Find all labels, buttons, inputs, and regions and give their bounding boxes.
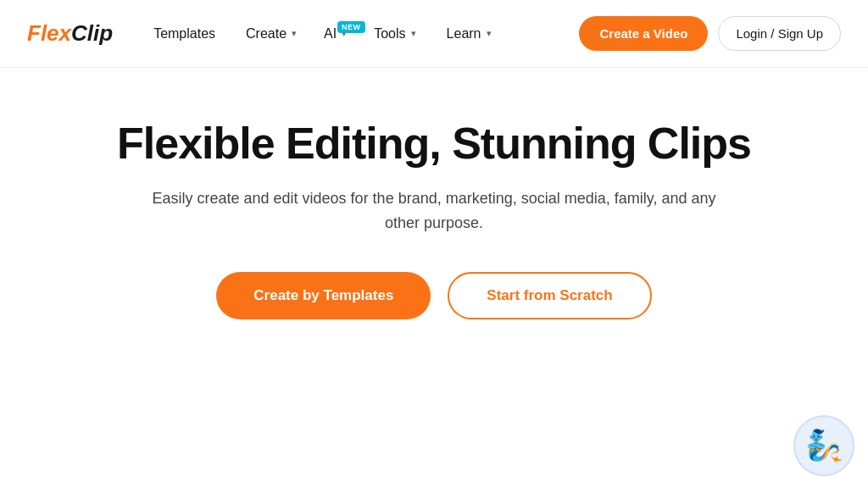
learn-chevron-icon: ▾ bbox=[487, 28, 492, 39]
nav-actions: Create a Video Login / Sign Up bbox=[579, 16, 841, 51]
tools-chevron-icon: ▾ bbox=[411, 28, 416, 39]
start-from-scratch-button[interactable]: Start from Scratch bbox=[448, 272, 651, 319]
ai-label: AI bbox=[324, 26, 337, 42]
nav-item-create[interactable]: Create ▾ bbox=[232, 19, 310, 48]
create-chevron-icon: ▾ bbox=[292, 28, 297, 39]
navbar: FlexClip Templates Create ▾ AI NEW ▾ Too… bbox=[0, 0, 868, 68]
nav-item-ai[interactable]: AI NEW ▾ bbox=[314, 19, 357, 48]
nav-item-templates[interactable]: Templates bbox=[140, 19, 229, 48]
new-badge: NEW bbox=[337, 21, 365, 33]
nav-item-learn[interactable]: Learn ▾ bbox=[433, 19, 505, 48]
nav-item-tools[interactable]: Tools ▾ bbox=[360, 19, 429, 48]
create-by-templates-button[interactable]: Create by Templates bbox=[216, 272, 431, 319]
create-video-button[interactable]: Create a Video bbox=[579, 16, 708, 51]
genie-mascot: 🧞 bbox=[793, 415, 861, 483]
genie-circle: 🧞 bbox=[793, 415, 854, 476]
hero-buttons: Create by Templates Start from Scratch bbox=[216, 272, 651, 319]
logo[interactable]: FlexClip bbox=[27, 20, 113, 47]
hero-title: Flexible Editing, Stunning Clips bbox=[117, 119, 751, 169]
nav-items: Templates Create ▾ AI NEW ▾ Tools ▾ Lear… bbox=[140, 19, 572, 48]
logo-flex: Flex bbox=[27, 20, 71, 47]
hero-subtitle: Easily create and edit videos for the br… bbox=[146, 186, 722, 236]
login-button[interactable]: Login / Sign Up bbox=[718, 16, 841, 51]
templates-label: Templates bbox=[153, 26, 215, 42]
create-label: Create bbox=[246, 26, 287, 42]
tools-label: Tools bbox=[374, 26, 405, 42]
learn-label: Learn bbox=[447, 26, 481, 42]
logo-clip: Clip bbox=[71, 20, 113, 47]
hero-section: Flexible Editing, Stunning Clips Easily … bbox=[0, 68, 868, 353]
genie-icon: 🧞 bbox=[805, 428, 843, 464]
